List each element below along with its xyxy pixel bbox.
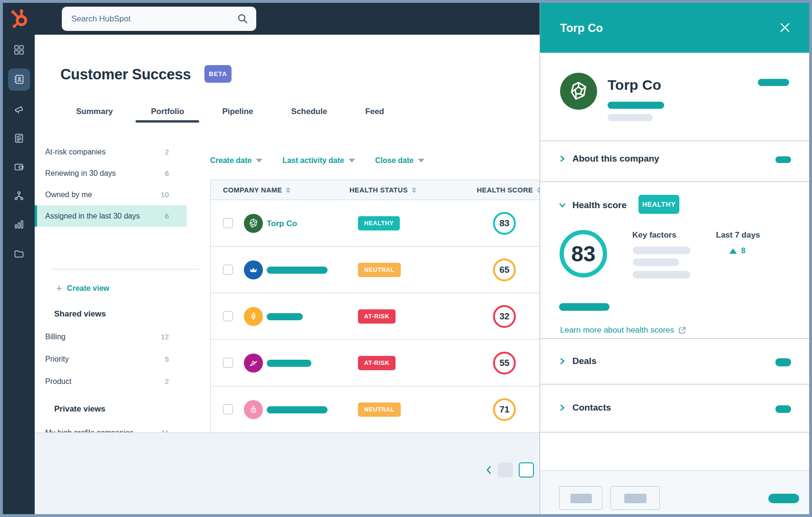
section-contacts: Contacts (540, 384, 809, 432)
table-row: Torp Co HEALTHY 83 (211, 200, 554, 247)
health-score-ring: 83 (493, 212, 516, 235)
view-count: 12 (161, 333, 169, 341)
skeleton-label (624, 494, 647, 503)
redacted-company-name (267, 267, 328, 274)
view-item-renewing[interactable]: Renewing in 30 days 6 (35, 163, 187, 184)
skeleton-action[interactable] (775, 405, 791, 413)
section-about-toggle[interactable]: About this company (559, 153, 659, 164)
skeleton-action[interactable] (758, 79, 789, 86)
skeleton-label (570, 494, 592, 503)
view-count: 5 (165, 355, 169, 363)
view-count: 2 (165, 377, 169, 385)
wallet-icon[interactable] (14, 162, 24, 172)
company-avatar-crown-icon (244, 260, 263, 279)
view-item-owned-by-me[interactable]: Owned by me 10 (35, 184, 187, 205)
filter-close-date[interactable]: Close date (375, 156, 425, 165)
skeleton-bar (559, 303, 609, 311)
dashboard-grid-icon[interactable] (14, 45, 24, 55)
filter-create-date[interactable]: Create date (210, 156, 262, 165)
megaphone-icon[interactable] (14, 104, 24, 115)
skeleton-bar (608, 114, 653, 121)
health-status-badge: NEUTRAL (358, 402, 401, 417)
section-contacts-toggle[interactable]: Contacts (559, 402, 611, 413)
search-input[interactable] (62, 7, 256, 31)
table-row: NEUTRAL 71 (211, 386, 554, 433)
contacts-icon[interactable] (14, 74, 24, 85)
view-item-product[interactable]: Product 2 (35, 371, 187, 392)
shared-views-heading: Shared views (54, 309, 106, 319)
caret-down-icon (348, 159, 355, 163)
skeleton-action[interactable] (775, 156, 791, 163)
company-avatar-bird-icon (244, 354, 263, 373)
footer-primary-action[interactable] (768, 494, 799, 503)
health-score-ring: 55 (493, 352, 516, 374)
section-deals-toggle[interactable]: Deals (559, 356, 597, 366)
tab-schedule[interactable]: Schedule (291, 107, 328, 123)
footer-button-2[interactable] (610, 486, 660, 510)
row-checkbox[interactable] (223, 404, 233, 414)
table-row: AT-RISK 32 (211, 293, 554, 340)
company-detail-panel: Torp Co Torp Co About this company Healt… (540, 3, 809, 514)
row-checkbox[interactable] (223, 218, 233, 228)
row-checkbox[interactable] (223, 358, 233, 368)
row-checkbox[interactable] (223, 265, 233, 275)
skeleton-bar (633, 258, 679, 266)
page-button-current[interactable] (519, 462, 534, 478)
private-views-heading: Private views (54, 404, 106, 414)
company-avatar-leaf-icon (244, 307, 263, 326)
view-item-assigned-last-30-days[interactable]: Assigned in the last 30 days 6 (35, 205, 187, 227)
beta-badge: BETA (204, 65, 232, 83)
company-avatar-gem-icon (244, 214, 263, 233)
table-row: NEUTRAL 65 (211, 247, 554, 293)
companies-table: COMPANY NAME HEALTH STATUS HEALTH SCORE (210, 180, 554, 433)
view-item-billing[interactable]: Billing 12 (35, 326, 187, 347)
row-checkbox[interactable] (223, 311, 233, 321)
close-icon[interactable] (779, 22, 791, 33)
chevron-right-icon (559, 358, 566, 364)
company-avatar-robot-icon (244, 400, 263, 419)
tab-pipeline[interactable]: Pipeline (222, 107, 253, 123)
app-window: Customer Success BETA Summary Portfolio … (3, 3, 809, 514)
skeleton-action[interactable] (775, 358, 791, 366)
view-count: 2 (165, 148, 169, 156)
company-link[interactable]: Torp Co (267, 219, 297, 229)
folder-icon[interactable] (14, 249, 24, 259)
health-status-badge: AT-RISK (358, 309, 396, 324)
column-header-company-name[interactable]: COMPANY NAME (223, 180, 290, 200)
bar-chart-icon[interactable] (14, 219, 24, 230)
column-header-health-score[interactable]: HEALTH SCORE (477, 180, 541, 200)
org-chart-icon[interactable] (14, 191, 24, 201)
table-row: AT-RISK 55 (211, 340, 554, 386)
filter-last-activity-date[interactable]: Last activity date (282, 156, 355, 165)
previous-page-chevron-icon[interactable] (485, 466, 492, 474)
caret-down-icon (256, 159, 262, 163)
chevron-down-icon (559, 202, 566, 209)
view-count: 6 (165, 169, 169, 177)
section-empty (540, 432, 809, 470)
main-content: Customer Success BETA Summary Portfolio … (35, 35, 540, 514)
page-button[interactable] (498, 462, 513, 478)
search-icon[interactable] (237, 13, 248, 24)
filter-bar: Create date Last activity date Close dat… (210, 156, 425, 165)
view-item-priority[interactable]: Priority 5 (35, 348, 187, 370)
hubspot-logo[interactable] (10, 9, 29, 29)
section-health-toggle[interactable]: Health score (559, 200, 627, 211)
learn-more-link[interactable]: Learn more about health scores (560, 326, 686, 335)
divider (51, 269, 200, 269)
tab-summary[interactable]: Summary (76, 107, 113, 123)
table-footer-area (35, 432, 540, 514)
view-item-at-risk[interactable]: At-risk companies 2 (35, 141, 187, 163)
tab-portfolio[interactable]: Portfolio (151, 107, 184, 123)
tab-feed[interactable]: Feed (365, 107, 384, 123)
column-header-health-status[interactable]: HEALTH STATUS (349, 180, 416, 200)
app-sidebar (3, 3, 35, 514)
document-icon[interactable] (14, 133, 24, 144)
create-view-button[interactable]: + Create view (56, 284, 109, 293)
health-status-badge: NEUTRAL (358, 263, 401, 277)
skeleton-bar (633, 247, 690, 254)
company-name: Torp Co (608, 77, 661, 93)
section-about-company: About this company (540, 141, 809, 182)
footer-button-1[interactable] (559, 486, 602, 510)
chevron-right-icon (559, 155, 566, 162)
company-avatar-gem-icon (560, 73, 597, 110)
